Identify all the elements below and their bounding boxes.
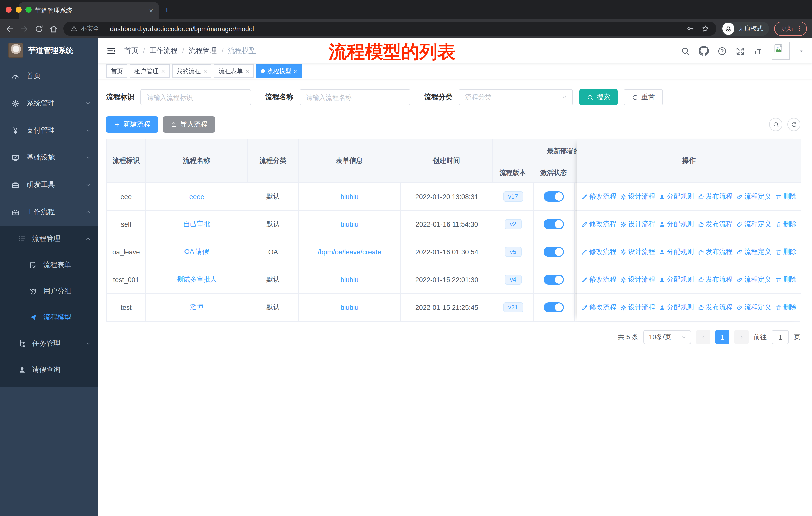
process-definition-link[interactable]: 流程定义 xyxy=(736,303,772,312)
url-text[interactable]: dashboard.yudao.iocoder.cn/bpm/manager/m… xyxy=(110,25,679,32)
design-process-link[interactable]: 设计流程 xyxy=(620,275,655,284)
forward-icon[interactable] xyxy=(20,24,29,33)
close-icon[interactable]: × xyxy=(203,67,207,75)
password-key-icon[interactable] xyxy=(686,25,694,33)
browser-menu-icon[interactable] xyxy=(795,25,804,33)
form-link[interactable]: biubiu xyxy=(341,276,359,283)
publish-process-link[interactable]: 发布流程 xyxy=(697,220,733,229)
edit-process-link[interactable]: 修改流程 xyxy=(581,192,616,201)
process-definition-link[interactable]: 流程定义 xyxy=(736,192,772,201)
tag-my-process[interactable]: 我的流程 × xyxy=(172,64,211,78)
delete-link[interactable]: 删除 xyxy=(775,275,796,284)
sidebar-item-system[interactable]: 系统管理 xyxy=(0,90,98,117)
design-process-link[interactable]: 设计流程 xyxy=(620,303,655,312)
fullscreen-icon[interactable] xyxy=(735,46,745,56)
form-link[interactable]: biubiu xyxy=(341,193,359,200)
search-icon[interactable] xyxy=(680,46,690,56)
new-tab-button[interactable]: + xyxy=(164,3,170,17)
reset-button[interactable]: 重置 xyxy=(624,89,663,105)
publish-process-link[interactable]: 发布流程 xyxy=(697,247,733,256)
sidebar-item-user-group[interactable]: 用户分组 xyxy=(0,278,98,304)
create-process-button[interactable]: 新建流程 xyxy=(106,116,158,133)
edit-process-link[interactable]: 修改流程 xyxy=(581,247,616,256)
caret-down-icon[interactable] xyxy=(799,48,804,54)
window-zoom-button[interactable] xyxy=(26,6,32,12)
design-process-link[interactable]: 设计流程 xyxy=(620,220,655,229)
design-process-link[interactable]: 设计流程 xyxy=(620,247,655,256)
breadcrumb-item-home[interactable]: 首页 xyxy=(124,46,139,55)
tag-process-form[interactable]: 流程表单 × xyxy=(214,64,254,78)
sidebar-item-task-manage[interactable]: 任务管理 xyxy=(0,331,98,357)
delete-link[interactable]: 删除 xyxy=(775,220,796,229)
update-label[interactable]: 更新 xyxy=(781,24,793,33)
sidebar-collapse-icon[interactable] xyxy=(106,46,116,56)
active-toggle[interactable] xyxy=(544,302,564,313)
process-name-link[interactable]: 自己审批 xyxy=(183,220,210,229)
address-bar[interactable]: 不安全 dashboard.yudao.iocoder.cn/bpm/manag… xyxy=(63,22,716,36)
tag-home[interactable]: 首页 xyxy=(106,64,127,78)
prev-page-button[interactable] xyxy=(696,330,710,344)
publish-process-link[interactable]: 发布流程 xyxy=(697,303,733,312)
close-icon[interactable]: × xyxy=(294,67,298,75)
search-button[interactable]: 搜索 xyxy=(579,89,618,105)
process-definition-link[interactable]: 流程定义 xyxy=(736,220,772,229)
back-icon[interactable] xyxy=(5,24,14,33)
close-icon[interactable]: × xyxy=(245,67,249,75)
active-toggle[interactable] xyxy=(544,275,564,285)
assign-rule-link[interactable]: 分配规则 xyxy=(659,192,694,201)
window-minimize-button[interactable] xyxy=(16,6,22,12)
process-name-link[interactable]: 测试多审批人 xyxy=(176,275,217,284)
edit-process-link[interactable]: 修改流程 xyxy=(581,275,616,284)
reload-icon[interactable] xyxy=(34,24,44,33)
active-toggle[interactable] xyxy=(544,219,564,229)
active-toggle[interactable] xyxy=(544,247,564,257)
filter-key-input[interactable] xyxy=(141,89,251,105)
sidebar-item-devtools[interactable]: 研发工具 xyxy=(0,171,98,198)
browser-tab[interactable]: 芋道管理系统 × xyxy=(19,2,159,19)
sidebar-item-payment[interactable]: 支付管理 xyxy=(0,117,98,144)
goto-page-input[interactable] xyxy=(772,330,789,344)
breadcrumb-item-process-manage[interactable]: 流程管理 xyxy=(189,46,217,55)
filter-category-select[interactable]: 流程分类 xyxy=(459,89,573,105)
home-icon[interactable] xyxy=(49,24,58,33)
browser-update-button[interactable]: 更新 xyxy=(774,22,807,36)
tab-close-icon[interactable]: × xyxy=(148,6,154,15)
process-name-link[interactable]: 滔博 xyxy=(190,303,203,312)
toggle-search-button[interactable] xyxy=(769,118,782,131)
publish-process-link[interactable]: 发布流程 xyxy=(697,192,733,201)
sidebar-item-process-manage[interactable]: 流程管理 xyxy=(0,226,98,252)
assign-rule-link[interactable]: 分配规则 xyxy=(659,275,694,284)
form-link[interactable]: biubiu xyxy=(341,220,359,228)
sidebar-item-process-form[interactable]: 流程表单 xyxy=(0,252,98,278)
form-link[interactable]: /bpm/oa/leave/create xyxy=(318,248,381,256)
bookmark-star-icon[interactable] xyxy=(701,25,709,33)
sidebar-item-workflow[interactable]: 工作流程 xyxy=(0,198,98,226)
delete-link[interactable]: 删除 xyxy=(775,247,796,256)
process-definition-link[interactable]: 流程定义 xyxy=(736,247,772,256)
process-definition-link[interactable]: 流程定义 xyxy=(736,275,772,284)
sidebar-logo[interactable]: 芋道管理系统 xyxy=(0,38,98,62)
filter-name-input[interactable] xyxy=(299,89,410,105)
help-icon[interactable] xyxy=(717,46,727,56)
assign-rule-link[interactable]: 分配规则 xyxy=(659,303,694,312)
tag-process-model[interactable]: 流程模型 × xyxy=(256,64,302,78)
page-number-button[interactable]: 1 xyxy=(715,330,729,344)
github-icon[interactable] xyxy=(699,46,709,56)
delete-link[interactable]: 删除 xyxy=(775,192,796,201)
not-secure-label[interactable]: 不安全 xyxy=(81,24,99,33)
process-name-link[interactable]: eeee xyxy=(189,193,204,200)
design-process-link[interactable]: 设计流程 xyxy=(620,192,655,201)
breadcrumb-item-workflow[interactable]: 工作流程 xyxy=(149,46,178,55)
tag-tenant[interactable]: 租户管理 × xyxy=(130,64,169,78)
close-icon[interactable]: × xyxy=(161,67,165,75)
edit-process-link[interactable]: 修改流程 xyxy=(581,220,616,229)
window-close-button[interactable] xyxy=(5,6,11,12)
assign-rule-link[interactable]: 分配规则 xyxy=(659,247,694,256)
import-process-button[interactable]: 导入流程 xyxy=(163,116,215,133)
sidebar-item-home[interactable]: 首页 xyxy=(0,62,98,90)
sidebar-item-process-model[interactable]: 流程模型 xyxy=(0,304,98,331)
avatar[interactable] xyxy=(772,42,790,60)
next-page-button[interactable] xyxy=(734,330,749,344)
sidebar-item-leave-query[interactable]: 请假查询 xyxy=(0,357,98,383)
refresh-table-button[interactable] xyxy=(787,118,801,131)
